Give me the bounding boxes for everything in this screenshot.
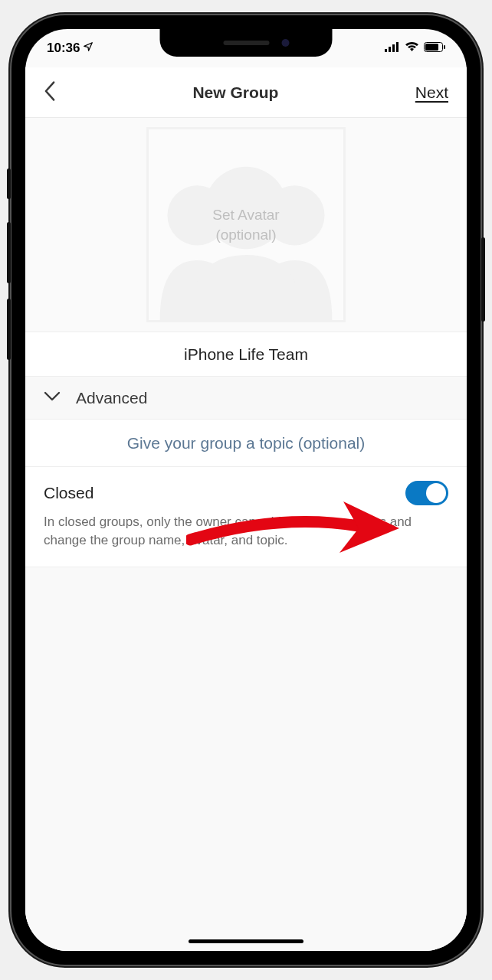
screen: 10:36 N	[25, 29, 467, 951]
svg-rect-5	[425, 44, 438, 51]
avatar-box[interactable]: Set Avatar (optional)	[146, 127, 346, 322]
svg-rect-3	[396, 42, 399, 52]
volume-up-button	[7, 222, 11, 283]
avatar-placeholder-text: Set Avatar (optional)	[212, 205, 279, 244]
mute-switch	[7, 168, 11, 199]
avatar-section[interactable]: Set Avatar (optional)	[25, 118, 467, 332]
nav-bar: New Group Next	[25, 67, 467, 118]
closed-label: Closed	[44, 484, 93, 502]
battery-icon	[424, 41, 445, 56]
empty-space	[25, 567, 467, 951]
group-name-value: iPhone Life Team	[184, 345, 308, 364]
chevron-down-icon	[44, 391, 61, 405]
avatar-text-line1: Set Avatar	[212, 205, 279, 225]
topic-input[interactable]: Give your group a topic (optional)	[25, 420, 467, 467]
closed-toggle[interactable]	[405, 481, 448, 505]
volume-down-button	[7, 299, 11, 360]
page-title: New Group	[192, 83, 278, 102]
location-icon	[83, 41, 93, 56]
main-content: New Group Next	[25, 67, 467, 951]
speaker	[223, 41, 269, 45]
phone-frame: 10:36 N	[11, 15, 481, 965]
avatar-text-line2: (optional)	[212, 225, 279, 245]
front-camera	[282, 39, 290, 47]
closed-section: Closed In closed groups, only the owner …	[25, 467, 467, 567]
svg-rect-6	[444, 45, 445, 49]
home-indicator[interactable]	[189, 939, 303, 943]
closed-description: In closed groups, only the owner can add…	[44, 513, 448, 550]
toggle-knob	[426, 483, 446, 503]
cellular-icon	[385, 41, 400, 56]
advanced-label: Advanced	[76, 389, 147, 407]
svg-rect-0	[385, 49, 387, 52]
svg-rect-1	[389, 47, 391, 52]
power-button	[481, 237, 485, 322]
wifi-icon	[405, 41, 419, 56]
notch	[160, 29, 333, 57]
advanced-toggle-row[interactable]: Advanced	[25, 377, 467, 420]
back-button[interactable]	[44, 80, 56, 105]
status-time: 10:36	[47, 41, 80, 56]
topic-placeholder: Give your group a topic (optional)	[127, 434, 366, 452]
next-button[interactable]: Next	[415, 83, 448, 102]
svg-rect-2	[392, 44, 395, 52]
group-name-input[interactable]: iPhone Life Team	[25, 332, 467, 377]
